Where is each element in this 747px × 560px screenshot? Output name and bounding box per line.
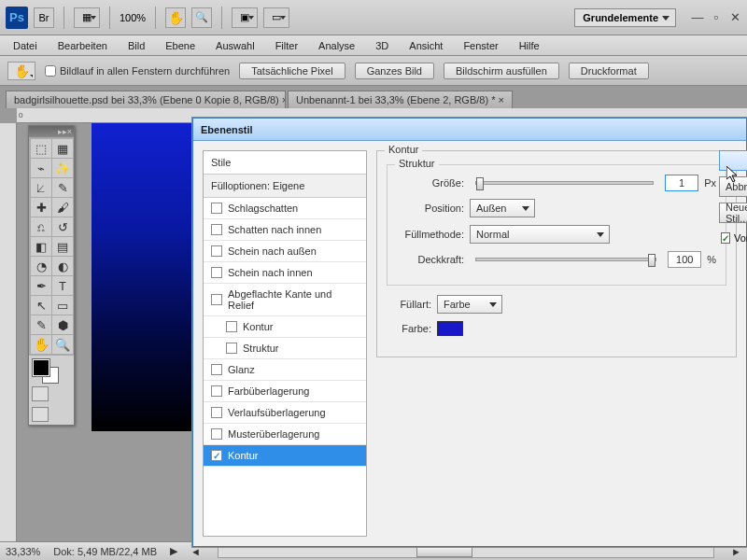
menu-bild[interactable]: Bild — [119, 37, 154, 54]
close-icon[interactable]: × — [67, 127, 72, 136]
eyedropper-tool-icon[interactable]: ✎ — [52, 178, 73, 197]
close-icon[interactable]: ✕ — [728, 10, 741, 24]
quickmask-icon[interactable] — [32, 386, 49, 401]
checkbox-icon[interactable] — [211, 245, 222, 257]
style-item[interactable]: Kontur — [204, 316, 366, 338]
menu-auswahl[interactable]: Auswahl — [206, 37, 264, 54]
scroll-all-checkbox-input[interactable] — [45, 65, 56, 77]
checkbox-icon[interactable] — [211, 224, 222, 235]
menu-filter[interactable]: Filter — [266, 37, 307, 54]
menu-ansicht[interactable]: Ansicht — [400, 37, 452, 54]
blending-options-item[interactable]: Fülloptionen: Eigene — [204, 175, 366, 198]
checkbox-icon[interactable] — [211, 203, 222, 214]
menu-analyse[interactable]: Analyse — [309, 37, 364, 54]
gradient-tool-icon[interactable]: ▤ — [52, 237, 73, 256]
dodge-tool-icon[interactable]: ◐ — [52, 257, 73, 275]
menu-hilfe[interactable]: Hilfe — [510, 37, 549, 54]
eraser-tool-icon[interactable]: ◧ — [31, 237, 51, 256]
checkbox-icon[interactable] — [211, 450, 222, 461]
cancel-button[interactable]: Abbrechen — [719, 176, 747, 197]
document-canvas[interactable] — [92, 123, 196, 431]
toolbox-header[interactable]: ▸▸× — [29, 126, 74, 137]
style-item[interactable]: Abgeflachte Kante und Relief — [204, 284, 366, 316]
current-tool-icon[interactable]: ✋ — [7, 62, 35, 80]
style-item[interactable]: Schatten nach innen — [204, 219, 366, 241]
3d-tool-icon[interactable]: ⬢ — [52, 315, 73, 334]
menu-datei[interactable]: Datei — [4, 37, 47, 54]
style-item[interactable]: Kontur — [204, 445, 366, 467]
fit-screen-button[interactable]: Ganzes Bild — [355, 63, 434, 79]
style-item[interactable]: Verlaufsüberlagerung — [204, 402, 366, 424]
styles-header[interactable]: Stile — [204, 151, 366, 175]
history-brush-icon[interactable]: ↺ — [52, 217, 73, 236]
position-select[interactable]: Außen — [470, 199, 535, 217]
zoom-tool-icon[interactable]: 🔍 — [191, 7, 212, 28]
scroll-left-icon[interactable]: ◄ — [190, 546, 201, 557]
opacity-slider[interactable] — [475, 258, 656, 261]
style-item[interactable]: Schein nach außen — [204, 241, 366, 262]
ok-button[interactable] — [719, 150, 747, 171]
zoom-tool-icon[interactable]: 🔍 — [52, 335, 73, 354]
stroke-color-swatch[interactable] — [437, 321, 463, 336]
crop-tool-icon[interactable]: ⟀ — [31, 178, 51, 197]
path-tool-icon[interactable]: ↖ — [31, 296, 51, 315]
actual-pixels-button[interactable]: Tatsächliche Pixel — [239, 63, 345, 79]
checkbox-icon[interactable] — [211, 267, 222, 278]
chevron-right-icon[interactable]: ▶ — [170, 545, 177, 557]
checkbox-icon[interactable] — [226, 321, 237, 332]
style-item[interactable]: Schlagschatten — [204, 198, 366, 219]
color-swatches[interactable] — [29, 356, 74, 384]
preview-checkbox[interactable]: Vorschau — [719, 232, 747, 244]
move-tool-icon[interactable]: ⬚ — [31, 139, 51, 158]
foreground-color-swatch[interactable] — [33, 359, 49, 376]
checkbox-icon[interactable] — [226, 343, 237, 354]
style-item[interactable]: Farbüberlagerung — [204, 381, 366, 402]
scroll-right-icon[interactable]: ► — [731, 546, 741, 557]
fill-screen-button[interactable]: Bildschirm ausfüllen — [444, 63, 559, 79]
checkbox-icon[interactable] — [211, 364, 222, 375]
status-doc-size[interactable]: Dok: 5,49 MB/22,4 MB — [53, 546, 157, 557]
dialog-title[interactable]: Ebenenstil — [193, 119, 746, 141]
wand-tool-icon[interactable]: ✨ — [52, 159, 73, 177]
arrange-docs-dropdown[interactable]: ▣ — [232, 7, 258, 28]
pen-tool-icon[interactable]: ✒ — [31, 276, 51, 295]
minimize-icon[interactable]: — — [691, 10, 704, 24]
scroll-all-windows-checkbox[interactable]: Bildlauf in allen Fenstern durchführen — [45, 65, 230, 77]
checkbox-icon[interactable] — [211, 407, 222, 418]
type-tool-icon[interactable]: T — [52, 276, 73, 295]
menu-fenster[interactable]: Fenster — [454, 37, 507, 54]
status-zoom[interactable]: 33,33% — [6, 546, 40, 557]
view-extras-dropdown[interactable]: ▦ — [74, 7, 100, 28]
menu-ebene[interactable]: Ebene — [156, 37, 204, 54]
maximize-icon[interactable]: ▫ — [710, 10, 723, 24]
screen-mode-dropdown[interactable]: ▭ — [263, 7, 289, 28]
marquee-tool-icon[interactable]: ▦ — [52, 139, 73, 158]
workspace-dropdown[interactable]: Grundelemente — [574, 8, 676, 27]
style-item[interactable]: Glanz — [204, 359, 366, 381]
style-item[interactable]: Struktur — [204, 338, 366, 359]
blendmode-select[interactable]: Normal — [470, 225, 610, 244]
brush-tool-icon[interactable]: 🖌 — [52, 198, 73, 217]
scrollbar-thumb[interactable] — [416, 546, 472, 557]
checkbox-icon[interactable] — [211, 428, 222, 440]
hand-tool-icon[interactable]: ✋ — [165, 7, 186, 28]
size-slider[interactable] — [475, 181, 654, 185]
heal-tool-icon[interactable]: ✚ — [31, 198, 51, 217]
menu-3d[interactable]: 3D — [366, 37, 398, 54]
checkbox-icon[interactable] — [211, 294, 222, 305]
shape-tool-icon[interactable]: ▭ — [52, 296, 73, 315]
document-tab[interactable]: badgirlsilhouette.psd bei 33,3% (Ebene 0… — [6, 91, 286, 108]
style-item[interactable]: Schein nach innen — [204, 262, 366, 284]
print-size-button[interactable]: Druckformat — [569, 63, 649, 79]
zoom-level[interactable]: 100% — [120, 12, 146, 23]
opacity-input[interactable] — [668, 251, 701, 268]
lasso-tool-icon[interactable]: ⌁ — [31, 159, 51, 177]
style-item[interactable]: Musterüberlagerung — [204, 424, 366, 445]
bridge-icon[interactable]: Br — [34, 7, 54, 28]
size-input[interactable] — [665, 175, 698, 191]
new-style-button[interactable]: Neuer Stil... — [719, 203, 747, 223]
menu-bearbeiten[interactable]: Bearbeiten — [49, 37, 117, 54]
hand-tool-icon[interactable]: ✋ — [31, 335, 51, 354]
document-tab[interactable]: Unbenannt-1 bei 33,3% (Ebene 2, RGB/8) *… — [288, 91, 513, 108]
filltype-select[interactable]: Farbe — [437, 295, 502, 314]
